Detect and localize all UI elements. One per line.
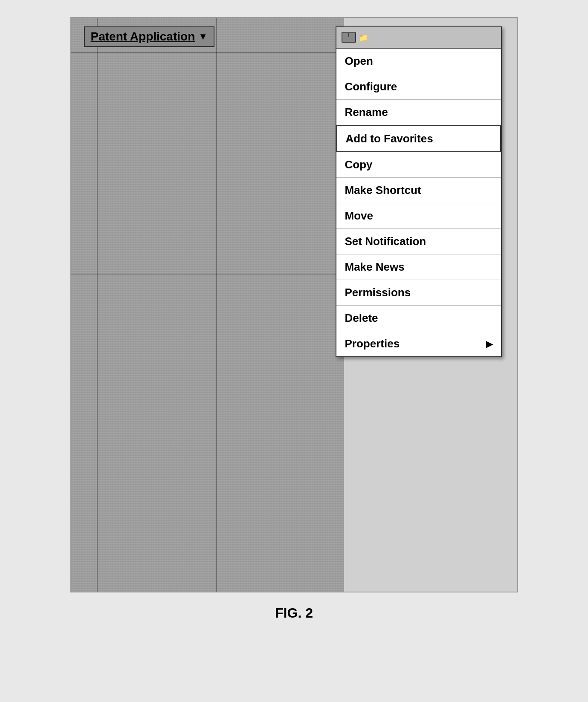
background-panel (71, 18, 344, 592)
menu-item-label-add-to-favorites: Add to Favorites (346, 132, 433, 145)
menu-item-label-rename: Rename (345, 106, 388, 119)
app-title: Patent Application (91, 30, 195, 43)
menu-item-label-set-notification: Set Notification (345, 235, 426, 248)
dropdown-arrow-icon[interactable]: ▼ (198, 31, 208, 42)
grid-line-v (97, 18, 98, 592)
menu-item-rename[interactable]: Rename (336, 100, 501, 125)
grid-line-v (216, 18, 217, 592)
title-bar[interactable]: Patent Application ▼ (84, 26, 215, 47)
menu-item-permissions[interactable]: Permissions (336, 280, 501, 306)
screenshot-area: Patent Application ▼ 📁 OpenConfigureRena… (70, 17, 518, 592)
menu-item-configure[interactable]: Configure (336, 74, 501, 100)
page-wrapper: Patent Application ▼ 📁 OpenConfigureRena… (0, 17, 588, 621)
menu-items-container: OpenConfigureRenameAdd to FavoritesCopyM… (336, 49, 501, 356)
menu-item-delete[interactable]: Delete (336, 306, 501, 331)
menu-item-add-to-favorites[interactable]: Add to Favorites (336, 125, 501, 152)
menu-item-label-make-news: Make News (345, 260, 405, 274)
menu-item-label-delete: Delete (345, 312, 378, 325)
menu-item-move[interactable]: Move (336, 203, 501, 229)
submenu-arrow-icon-properties: ▶ (486, 339, 492, 349)
menu-item-label-copy: Copy (345, 158, 373, 171)
menu-item-label-make-shortcut: Make Shortcut (345, 184, 421, 197)
menu-item-open[interactable]: Open (336, 49, 501, 74)
context-menu: 📁 OpenConfigureRenameAdd to FavoritesCop… (336, 26, 502, 357)
menu-item-label-permissions: Permissions (345, 286, 411, 299)
menu-item-make-news[interactable]: Make News (336, 254, 501, 280)
grid-line-h (71, 52, 344, 53)
menu-item-properties[interactable]: Properties▶ (336, 331, 501, 356)
menu-item-label-open: Open (345, 55, 373, 68)
menu-item-make-shortcut[interactable]: Make Shortcut (336, 178, 501, 203)
menu-item-label-properties: Properties (345, 337, 400, 350)
menu-item-copy[interactable]: Copy (336, 152, 501, 178)
menu-header: 📁 (336, 27, 501, 49)
grid-line-h (71, 274, 344, 274)
menu-item-set-notification[interactable]: Set Notification (336, 229, 501, 254)
menu-item-label-configure: Configure (345, 80, 397, 93)
figure-caption: FIG. 2 (275, 605, 313, 621)
menu-item-label-move: Move (345, 209, 373, 222)
folder-icon-2: 📁 (359, 33, 368, 42)
folder-icon-1 (342, 32, 354, 43)
